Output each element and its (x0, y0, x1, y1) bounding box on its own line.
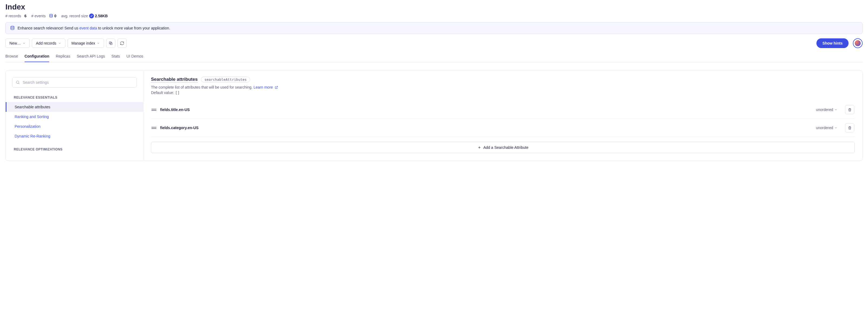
settings-sidebar: RELEVANCE ESSENTIALS Searchable attribut… (6, 71, 144, 160)
records-label: # records (5, 14, 21, 18)
attribute-row: fields.title.en-US unordered (151, 101, 855, 119)
attribute-order-dropdown[interactable]: unordered (816, 108, 837, 112)
avg-value: 2.58KB (95, 14, 108, 18)
records-value: 6 (24, 14, 27, 18)
drag-handle-icon[interactable] (152, 109, 156, 111)
svg-point-4 (17, 81, 19, 84)
new-button[interactable]: New… (5, 39, 30, 48)
chevron-down-icon (58, 41, 61, 45)
banner-post: to unlock more value from your applicati… (97, 26, 170, 30)
copy-button[interactable] (106, 39, 115, 48)
delete-attribute-button[interactable] (845, 105, 854, 114)
sidebar-item-personalization[interactable]: Personalization (6, 122, 143, 131)
search-icon (16, 80, 20, 85)
avg-label: avg. record size (61, 14, 88, 18)
chevron-down-icon (834, 126, 837, 129)
add-records-button[interactable]: Add records (32, 39, 65, 48)
banner-link[interactable]: event data (80, 26, 97, 30)
refresh-icon (120, 41, 124, 46)
sidebar-item-searchable-attributes[interactable]: Searchable attributes (6, 102, 143, 112)
external-link-icon (275, 86, 278, 89)
sidebar-heading-essentials: RELEVANCE ESSENTIALS (6, 94, 143, 102)
setting-api-name: searchableAttributes (201, 77, 250, 82)
manage-index-button[interactable]: Manage index (67, 39, 104, 48)
svg-point-0 (50, 14, 53, 15)
attribute-row: fields.category.en-US unordered (151, 119, 855, 137)
setting-description: The complete list of attributes that wil… (151, 85, 855, 89)
delete-attribute-button[interactable] (845, 123, 854, 132)
search-settings-box[interactable] (12, 77, 137, 88)
database-icon (10, 26, 15, 31)
banner-text: Enhance search relevance! Send us event … (18, 26, 170, 30)
sidebar-item-ranking-sorting[interactable]: Ranking and Sorting (6, 112, 143, 122)
page-title: Index (5, 3, 863, 11)
trash-icon (848, 126, 852, 130)
trash-icon (848, 108, 852, 112)
tab-configuration[interactable]: Configuration (25, 53, 50, 62)
events-label: # events (31, 14, 45, 18)
svg-point-1 (11, 26, 14, 28)
learn-more-link[interactable]: Learn more (254, 85, 278, 89)
config-panel: RELEVANCE ESSENTIALS Searchable attribut… (5, 70, 863, 161)
settings-detail: Searchable attributes searchableAttribut… (144, 71, 862, 160)
sidebar-item-dynamic-reranking[interactable]: Dynamic Re-Ranking (6, 131, 143, 141)
refresh-button[interactable] (118, 39, 127, 48)
tab-stats[interactable]: Stats (111, 53, 120, 62)
sidebar-heading-optimizations: RELEVANCE OPTIMIZATIONS (6, 146, 143, 154)
events-value: 0 (54, 14, 57, 18)
setting-default: Default value: [] (151, 90, 855, 95)
copy-icon (108, 41, 113, 46)
tab-ui-demos[interactable]: UI Demos (126, 53, 143, 62)
check-badge-icon (89, 13, 94, 18)
drag-handle-icon[interactable] (152, 127, 156, 129)
show-hints-button[interactable]: Show hints (816, 38, 848, 48)
add-attribute-button[interactable]: Add a Searchable Attribute (151, 142, 855, 153)
banner-pre: Enhance search relevance! Send us (18, 26, 80, 30)
setting-title: Searchable attributes (151, 77, 198, 82)
relevance-banner: Enhance search relevance! Send us event … (5, 22, 863, 34)
assistant-avatar[interactable] (853, 38, 863, 48)
stats-row: # records 6 # events 0 avg. record size … (5, 13, 863, 18)
attribute-name: fields.category.en-US (160, 126, 812, 130)
tab-browse[interactable]: Browse (5, 53, 18, 62)
tabs: Browse Configuration Replicas Search API… (5, 53, 863, 62)
attribute-order-dropdown[interactable]: unordered (816, 126, 837, 130)
search-settings-input[interactable] (23, 80, 133, 85)
tab-search-api-logs[interactable]: Search API Logs (77, 53, 105, 62)
plus-icon (477, 146, 481, 149)
chevron-down-icon (834, 108, 837, 111)
chevron-down-icon (97, 41, 100, 45)
tab-replicas[interactable]: Replicas (56, 53, 70, 62)
attribute-name: fields.title.en-US (160, 108, 812, 112)
chevron-down-icon (23, 41, 26, 45)
database-icon (49, 14, 53, 18)
